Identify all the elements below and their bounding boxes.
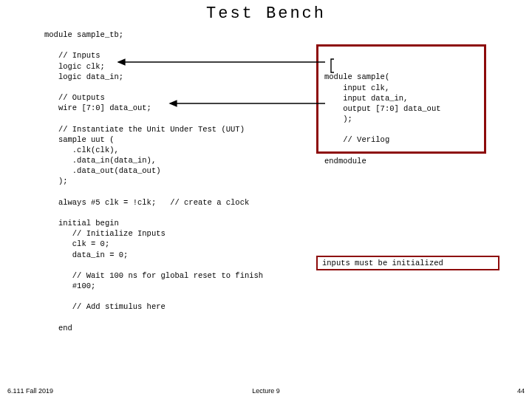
- slide: Test Bench module sample_tb; // Inputs l…: [0, 0, 532, 399]
- note-text: inputs must be initialized: [322, 259, 443, 267]
- module-code: module sample( input clk, input data_in,…: [324, 72, 478, 166]
- testbench-code: module sample_tb; // Inputs logic clk; l…: [44, 30, 310, 333]
- footer-page-number: 44: [517, 387, 525, 395]
- footer-center: Lecture 9: [0, 387, 532, 395]
- module-definition-box: module sample( input clk, input data_in,…: [316, 44, 486, 154]
- note-box: inputs must be initialized: [316, 256, 499, 270]
- slide-title: Test Bench: [0, 4, 532, 23]
